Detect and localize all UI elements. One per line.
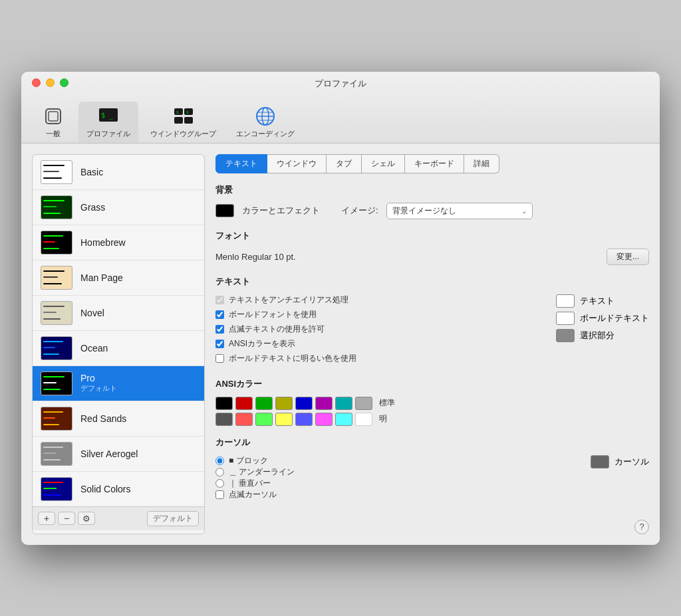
profile-name-novel: Novel (80, 308, 196, 318)
tab-keyboard[interactable]: キーボード (405, 154, 464, 173)
radio-vbar-input[interactable] (215, 479, 224, 488)
sidebar-item-redsands[interactable]: Red Sands (33, 401, 204, 437)
cursor-color-block: カーソル (591, 455, 649, 468)
cursor-layout: ■ ブロック ＿ アンダーライン ｜ 垂直バー 点滅カーソル (215, 455, 649, 504)
checkbox-antialias-input[interactable] (215, 296, 224, 304)
sidebar-item-ocean[interactable]: Ocean (33, 331, 204, 366)
text-color-row-selection: 選択部分 (556, 329, 649, 342)
checkbox-bold-bright-input[interactable] (215, 354, 224, 363)
ansi-normal-0[interactable] (215, 397, 233, 410)
bold-color-box[interactable] (556, 312, 575, 325)
svg-rect-6 (174, 117, 183, 124)
ansi-normal-7[interactable] (355, 397, 372, 410)
sidebar-item-grass[interactable]: Grass (33, 190, 204, 225)
checkbox-ansi-input[interactable] (215, 340, 224, 348)
thumb-homebrew (41, 231, 72, 255)
add-profile-button[interactable]: + (38, 512, 55, 525)
profile-name-silveraerogel: Silver Aerogel (80, 449, 196, 459)
main-window: プロファイル 一般 $ _ (21, 72, 660, 545)
toolbar-label-windowgroup: ウインドウグループ (150, 129, 216, 139)
checkbox-bold-bright-label: ボールドテキストに明るい色を使用 (229, 353, 356, 364)
ansi-normal-3[interactable] (275, 397, 293, 410)
ansi-normal-6[interactable] (335, 397, 352, 410)
sidebar-item-pro[interactable]: Pro デフォルト (33, 366, 204, 401)
toolbar: 一般 $ _ プロファイル (32, 96, 649, 143)
ansi-bright-6[interactable] (335, 413, 352, 426)
ansi-bright-7[interactable] (355, 413, 372, 426)
ansi-bright-1[interactable] (235, 413, 253, 426)
ansi-bright-5[interactable] (315, 413, 333, 426)
sidebar-item-basic[interactable]: Basic (33, 155, 204, 190)
ansi-normal-1[interactable] (235, 397, 253, 410)
selection-color-box[interactable] (556, 329, 575, 342)
checkbox-bold-font: ボールドフォントを使用 (215, 309, 543, 320)
default-button[interactable]: デフォルト (147, 511, 199, 526)
checkbox-bold-font-input[interactable] (215, 310, 224, 319)
maximize-button[interactable] (60, 78, 68, 87)
gear-button[interactable]: ⚙ (78, 512, 95, 525)
background-title: 背景 (215, 184, 649, 196)
ansi-grid: 標準 明 (215, 397, 649, 426)
sidebar-item-homebrew[interactable]: Homebrew (33, 225, 204, 260)
checkbox-antialias-label: テキストをアンチエイリアス処理 (229, 294, 348, 306)
profile-name-grass: Grass (80, 202, 196, 213)
tab-tab[interactable]: タブ (327, 154, 362, 173)
blink-cursor-input[interactable] (215, 490, 224, 499)
thumb-pro (41, 371, 72, 395)
radio-block-input[interactable] (215, 457, 224, 465)
ansi-normal-5[interactable] (315, 397, 333, 410)
tab-shell[interactable]: シェル (362, 154, 405, 173)
toolbar-label-profiles: プロファイル (86, 129, 130, 139)
sidebar-item-manpage[interactable]: Man Page (33, 260, 204, 296)
ansi-normal-2[interactable] (255, 397, 273, 410)
checkbox-ansi: ANSIカラーを表示 (215, 338, 543, 350)
checkbox-blink-label: 点滅テキストの使用を許可 (229, 324, 325, 335)
close-button[interactable] (32, 78, 41, 87)
tab-detail[interactable]: 詳細 (464, 154, 499, 173)
radio-underline-label: ＿ アンダーライン (229, 466, 295, 478)
content-area: Basic Grass (21, 144, 660, 545)
text-color-options: テキスト ボールドテキスト 選択部分 (556, 294, 649, 367)
ansi-bright-4[interactable] (295, 413, 313, 426)
checkbox-bold-font-label: ボールドフォントを使用 (229, 309, 317, 320)
tab-bar: テキスト ウインドウ タブ シェル キーボード 詳細 (215, 154, 649, 173)
profile-list: Basic Grass (33, 155, 204, 506)
thumb-basic (41, 160, 72, 184)
sidebar-item-silveraerogel[interactable]: Silver Aerogel (33, 437, 204, 472)
toolbar-item-windowgroup[interactable]: $ $ ウインドウグループ (142, 102, 224, 143)
minimize-button[interactable] (46, 78, 55, 87)
toolbar-label-encoding: エンコーディング (236, 129, 295, 139)
cursor-color-box[interactable] (591, 455, 609, 468)
ansi-normal-4[interactable] (295, 397, 313, 410)
checkbox-blink: 点滅テキストの使用を許可 (215, 324, 543, 335)
checkbox-bold-bright: ボールドテキストに明るい色を使用 (215, 353, 543, 364)
change-font-button[interactable]: 変更... (607, 249, 649, 265)
font-row: Menlo Regular 10 pt. 変更... (215, 249, 649, 265)
selection-color-label: 選択部分 (580, 330, 614, 342)
sidebar-item-novel[interactable]: Novel (33, 296, 204, 331)
toolbar-item-encoding[interactable]: エンコーディング (228, 102, 303, 143)
help-button[interactable]: ? (634, 520, 649, 534)
radio-block-label: ■ ブロック (229, 455, 268, 466)
checkbox-blink-input[interactable] (215, 325, 224, 334)
ansi-bright-3[interactable] (275, 413, 293, 426)
radio-underline-input[interactable] (215, 468, 224, 476)
remove-profile-button[interactable]: − (58, 512, 75, 525)
text-color-box[interactable] (556, 294, 575, 308)
toolbar-item-profiles[interactable]: $ _ プロファイル (78, 102, 138, 143)
background-color-box[interactable] (215, 204, 234, 217)
font-title: フォント (215, 230, 649, 242)
image-label: イメージ: (341, 205, 378, 217)
ansi-normal-row: 標準 (215, 397, 649, 410)
toolbar-item-general[interactable]: 一般 (32, 102, 74, 143)
sidebar-item-solidcolors[interactable]: Solid Colors (33, 472, 204, 506)
profile-name-basic: Basic (80, 167, 196, 177)
ansi-bright-2[interactable] (255, 413, 273, 426)
thumb-manpage (41, 266, 72, 290)
image-select[interactable]: 背景イメージなし ⌄ (386, 203, 533, 219)
tab-window[interactable]: ウインドウ (267, 154, 327, 173)
profile-name-ocean: Ocean (80, 343, 196, 354)
ansi-bright-0[interactable] (215, 413, 233, 426)
thumb-novel (41, 301, 72, 325)
tab-text[interactable]: テキスト (215, 154, 267, 173)
